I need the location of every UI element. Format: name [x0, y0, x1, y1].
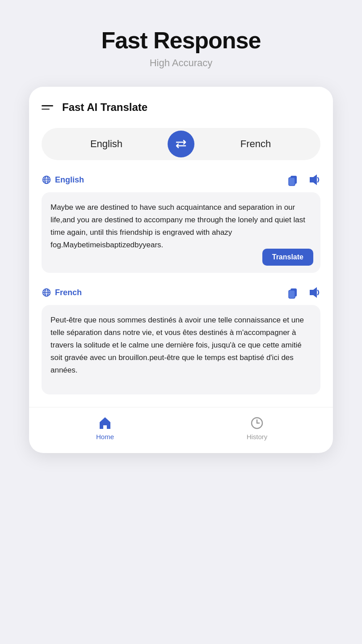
- history-icon: [249, 415, 265, 431]
- source-copy-button[interactable]: [286, 173, 300, 187]
- page-header: Fast Response High Accuracy: [101, 27, 261, 69]
- svg-marker-7: [310, 174, 317, 185]
- source-speak-button[interactable]: [306, 173, 320, 187]
- home-icon: [97, 415, 113, 431]
- source-language-button[interactable]: English: [45, 138, 168, 150]
- target-text-box: Peut-être que nous sommes destinés à avo…: [42, 305, 320, 394]
- nav-history[interactable]: History: [181, 415, 333, 441]
- menu-icon[interactable]: [42, 105, 53, 110]
- nav-home[interactable]: Home: [29, 415, 181, 441]
- source-section-header: English: [42, 173, 320, 187]
- target-actions: [286, 285, 320, 300]
- svg-rect-6: [289, 178, 295, 186]
- target-globe-icon: [42, 288, 51, 297]
- svg-rect-14: [289, 290, 295, 298]
- source-text[interactable]: Maybe we are destined to have such acqua…: [51, 201, 311, 251]
- page-subtitle: High Accuracy: [101, 57, 261, 69]
- home-label: Home: [96, 433, 114, 441]
- target-lang-label: French: [55, 288, 82, 297]
- target-text: Peut-être que nous sommes destinés à avo…: [51, 314, 311, 377]
- source-text-box: Maybe we are destined to have such acqua…: [42, 192, 320, 273]
- target-speak-button[interactable]: [306, 285, 320, 300]
- history-label: History: [247, 433, 268, 441]
- translate-button[interactable]: Translate: [262, 249, 313, 266]
- svg-marker-15: [310, 287, 317, 298]
- target-copy-button[interactable]: [286, 285, 300, 300]
- language-switcher: English French: [42, 128, 320, 160]
- swap-icon: [175, 140, 187, 148]
- source-actions: [286, 173, 320, 187]
- target-section-header: French: [42, 285, 320, 300]
- app-title: Fast AI Translate: [62, 101, 147, 114]
- source-lang-label: English: [55, 175, 84, 185]
- app-header: Fast AI Translate: [42, 101, 320, 114]
- swap-languages-button[interactable]: [168, 131, 194, 157]
- source-globe-icon: [42, 175, 51, 185]
- page-title: Fast Response: [101, 27, 261, 54]
- target-language-button[interactable]: French: [194, 138, 317, 150]
- phone-card: Fast AI Translate English French English: [29, 87, 333, 453]
- bottom-nav: Home History: [29, 407, 333, 453]
